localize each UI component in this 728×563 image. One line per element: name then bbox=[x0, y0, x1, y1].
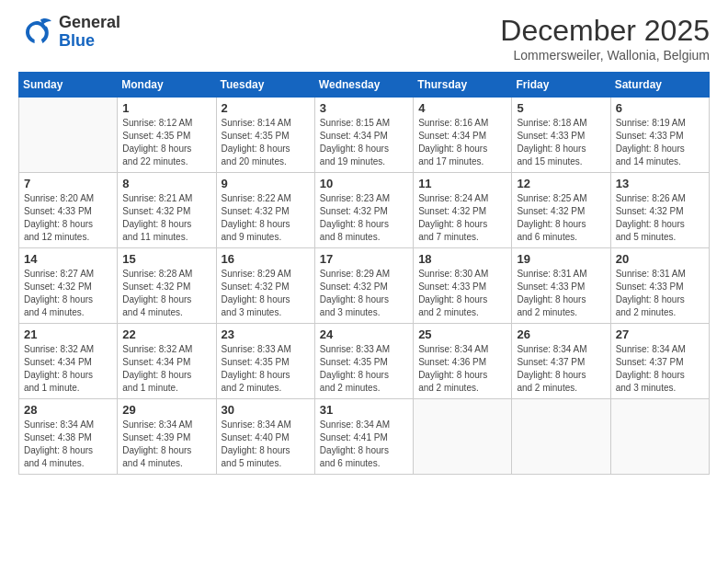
day-cell: 4Sunrise: 8:16 AM Sunset: 4:34 PM Daylig… bbox=[414, 98, 512, 173]
logo: General Blue bbox=[18, 14, 120, 51]
day-number: 3 bbox=[320, 101, 408, 115]
day-cell: 19Sunrise: 8:31 AM Sunset: 4:33 PM Dayli… bbox=[512, 248, 610, 324]
day-number: 4 bbox=[418, 101, 506, 115]
day-number: 1 bbox=[122, 101, 210, 115]
day-number: 20 bbox=[616, 252, 704, 266]
day-cell: 9Sunrise: 8:22 AM Sunset: 4:32 PM Daylig… bbox=[216, 173, 314, 248]
col-saturday: Saturday bbox=[610, 73, 709, 98]
day-info: Sunrise: 8:33 AM Sunset: 4:35 PM Dayligh… bbox=[320, 343, 408, 395]
header-row: Sunday Monday Tuesday Wednesday Thursday… bbox=[19, 73, 710, 98]
day-cell: 29Sunrise: 8:34 AM Sunset: 4:39 PM Dayli… bbox=[118, 399, 216, 475]
day-info: Sunrise: 8:31 AM Sunset: 4:33 PM Dayligh… bbox=[517, 268, 605, 319]
day-info: Sunrise: 8:30 AM Sunset: 4:33 PM Dayligh… bbox=[418, 268, 506, 319]
day-number: 25 bbox=[418, 327, 506, 341]
day-cell: 11Sunrise: 8:24 AM Sunset: 4:32 PM Dayli… bbox=[414, 173, 512, 248]
day-number: 16 bbox=[222, 252, 310, 266]
day-cell: 22Sunrise: 8:32 AM Sunset: 4:34 PM Dayli… bbox=[118, 324, 216, 399]
day-info: Sunrise: 8:34 AM Sunset: 4:39 PM Dayligh… bbox=[122, 419, 210, 470]
col-thursday: Thursday bbox=[414, 73, 512, 98]
day-number: 19 bbox=[517, 252, 605, 266]
day-info: Sunrise: 8:15 AM Sunset: 4:34 PM Dayligh… bbox=[320, 117, 408, 168]
day-number: 13 bbox=[616, 177, 704, 190]
day-cell: 23Sunrise: 8:33 AM Sunset: 4:35 PM Dayli… bbox=[216, 324, 314, 399]
day-cell: 10Sunrise: 8:23 AM Sunset: 4:32 PM Dayli… bbox=[314, 173, 413, 248]
day-info: Sunrise: 8:16 AM Sunset: 4:34 PM Dayligh… bbox=[418, 117, 506, 168]
day-number: 8 bbox=[122, 177, 210, 190]
day-cell: 14Sunrise: 8:27 AM Sunset: 4:32 PM Dayli… bbox=[19, 248, 118, 324]
day-cell: 16Sunrise: 8:29 AM Sunset: 4:32 PM Dayli… bbox=[216, 248, 314, 324]
week-row-0: 1Sunrise: 8:12 AM Sunset: 4:35 PM Daylig… bbox=[19, 98, 710, 173]
day-cell: 12Sunrise: 8:25 AM Sunset: 4:32 PM Dayli… bbox=[512, 173, 610, 248]
day-number: 10 bbox=[320, 177, 408, 190]
day-cell: 13Sunrise: 8:26 AM Sunset: 4:32 PM Dayli… bbox=[610, 173, 709, 248]
day-number: 14 bbox=[24, 252, 112, 266]
col-sunday: Sunday bbox=[19, 73, 118, 98]
day-cell: 21Sunrise: 8:32 AM Sunset: 4:34 PM Dayli… bbox=[19, 324, 118, 399]
day-cell: 25Sunrise: 8:34 AM Sunset: 4:36 PM Dayli… bbox=[414, 324, 512, 399]
day-cell: 18Sunrise: 8:30 AM Sunset: 4:33 PM Dayli… bbox=[414, 248, 512, 324]
page-container: General Blue December 2025 Lommersweiler… bbox=[0, 0, 728, 484]
col-wednesday: Wednesday bbox=[314, 73, 413, 98]
day-info: Sunrise: 8:34 AM Sunset: 4:37 PM Dayligh… bbox=[616, 343, 704, 395]
day-number: 17 bbox=[320, 252, 408, 266]
day-number: 29 bbox=[122, 403, 210, 417]
title-section: December 2025 Lommersweiler, Wallonia, B… bbox=[500, 14, 710, 63]
day-info: Sunrise: 8:34 AM Sunset: 4:41 PM Dayligh… bbox=[320, 419, 408, 470]
day-info: Sunrise: 8:12 AM Sunset: 4:35 PM Dayligh… bbox=[122, 117, 210, 168]
day-info: Sunrise: 8:27 AM Sunset: 4:32 PM Dayligh… bbox=[24, 268, 112, 319]
day-number: 6 bbox=[616, 101, 704, 115]
day-cell: 17Sunrise: 8:29 AM Sunset: 4:32 PM Dayli… bbox=[314, 248, 413, 324]
day-number: 24 bbox=[320, 327, 408, 341]
col-monday: Monday bbox=[118, 73, 216, 98]
day-info: Sunrise: 8:14 AM Sunset: 4:35 PM Dayligh… bbox=[222, 117, 310, 168]
day-cell: 31Sunrise: 8:34 AM Sunset: 4:41 PM Dayli… bbox=[314, 399, 413, 475]
day-info: Sunrise: 8:21 AM Sunset: 4:32 PM Dayligh… bbox=[122, 192, 210, 244]
calendar-body: 1Sunrise: 8:12 AM Sunset: 4:35 PM Daylig… bbox=[19, 98, 710, 475]
week-row-1: 7Sunrise: 8:20 AM Sunset: 4:33 PM Daylig… bbox=[19, 173, 710, 248]
day-cell: 26Sunrise: 8:34 AM Sunset: 4:37 PM Dayli… bbox=[512, 324, 610, 399]
day-number: 31 bbox=[320, 403, 408, 417]
day-info: Sunrise: 8:28 AM Sunset: 4:32 PM Dayligh… bbox=[122, 268, 210, 319]
logo-label: General Blue bbox=[59, 14, 120, 51]
day-info: Sunrise: 8:34 AM Sunset: 4:38 PM Dayligh… bbox=[24, 419, 112, 470]
day-cell: 2Sunrise: 8:14 AM Sunset: 4:35 PM Daylig… bbox=[216, 98, 314, 173]
day-cell: 3Sunrise: 8:15 AM Sunset: 4:34 PM Daylig… bbox=[314, 98, 413, 173]
day-number: 18 bbox=[418, 252, 506, 266]
header: General Blue December 2025 Lommersweiler… bbox=[18, 14, 710, 63]
day-cell bbox=[610, 399, 709, 475]
day-number: 26 bbox=[517, 327, 605, 341]
day-cell: 30Sunrise: 8:34 AM Sunset: 4:40 PM Dayli… bbox=[216, 399, 314, 475]
day-number: 30 bbox=[222, 403, 310, 417]
location: Lommersweiler, Wallonia, Belgium bbox=[500, 48, 710, 63]
day-info: Sunrise: 8:22 AM Sunset: 4:32 PM Dayligh… bbox=[222, 192, 310, 244]
day-info: Sunrise: 8:34 AM Sunset: 4:36 PM Dayligh… bbox=[418, 343, 506, 395]
day-info: Sunrise: 8:33 AM Sunset: 4:35 PM Dayligh… bbox=[222, 343, 310, 395]
day-info: Sunrise: 8:34 AM Sunset: 4:37 PM Dayligh… bbox=[517, 343, 605, 395]
day-info: Sunrise: 8:29 AM Sunset: 4:32 PM Dayligh… bbox=[320, 268, 408, 319]
logo-icon bbox=[18, 14, 55, 51]
day-info: Sunrise: 8:18 AM Sunset: 4:33 PM Dayligh… bbox=[517, 117, 605, 168]
day-info: Sunrise: 8:31 AM Sunset: 4:33 PM Dayligh… bbox=[616, 268, 704, 319]
day-cell: 24Sunrise: 8:33 AM Sunset: 4:35 PM Dayli… bbox=[314, 324, 413, 399]
col-tuesday: Tuesday bbox=[216, 73, 314, 98]
day-number: 23 bbox=[222, 327, 310, 341]
day-number: 5 bbox=[517, 101, 605, 115]
day-number: 7 bbox=[24, 177, 112, 190]
week-row-4: 28Sunrise: 8:34 AM Sunset: 4:38 PM Dayli… bbox=[19, 399, 710, 475]
day-info: Sunrise: 8:34 AM Sunset: 4:40 PM Dayligh… bbox=[222, 419, 310, 470]
calendar-header: Sunday Monday Tuesday Wednesday Thursday… bbox=[19, 73, 710, 98]
day-info: Sunrise: 8:20 AM Sunset: 4:33 PM Dayligh… bbox=[24, 192, 112, 244]
col-friday: Friday bbox=[512, 73, 610, 98]
day-cell: 15Sunrise: 8:28 AM Sunset: 4:32 PM Dayli… bbox=[118, 248, 216, 324]
day-cell: 7Sunrise: 8:20 AM Sunset: 4:33 PM Daylig… bbox=[19, 173, 118, 248]
day-cell: 28Sunrise: 8:34 AM Sunset: 4:38 PM Dayli… bbox=[19, 399, 118, 475]
logo-general-text: General bbox=[59, 14, 120, 32]
day-number: 21 bbox=[24, 327, 112, 341]
calendar: Sunday Monday Tuesday Wednesday Thursday… bbox=[18, 72, 710, 475]
day-number: 15 bbox=[122, 252, 210, 266]
day-info: Sunrise: 8:19 AM Sunset: 4:33 PM Dayligh… bbox=[616, 117, 704, 168]
day-number: 27 bbox=[616, 327, 704, 341]
day-info: Sunrise: 8:23 AM Sunset: 4:32 PM Dayligh… bbox=[320, 192, 408, 244]
month-title: December 2025 bbox=[500, 14, 710, 48]
day-cell: 6Sunrise: 8:19 AM Sunset: 4:33 PM Daylig… bbox=[610, 98, 709, 173]
